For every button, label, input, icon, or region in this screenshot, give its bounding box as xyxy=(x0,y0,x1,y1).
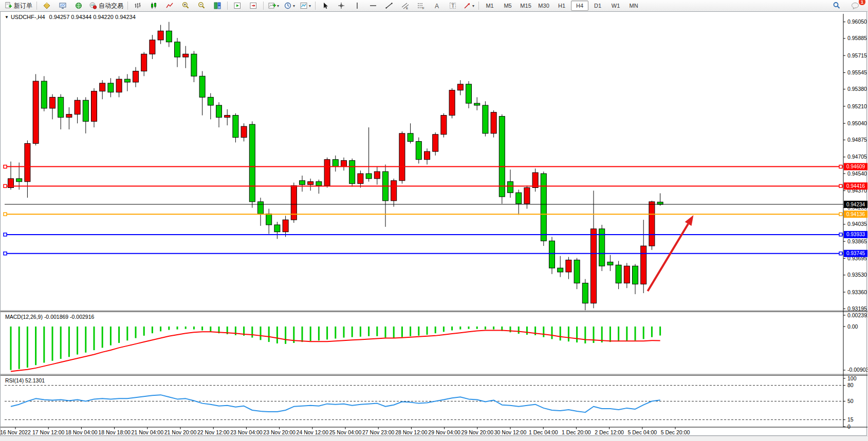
price-tick-label: 0.95040 xyxy=(847,120,867,126)
arrows-objects-button[interactable]: ▾ xyxy=(461,0,476,11)
candle-body xyxy=(541,174,546,241)
candle-body xyxy=(441,116,447,135)
candle-body xyxy=(225,116,230,118)
crosshair-button[interactable] xyxy=(334,0,349,11)
zoom-plus-icon xyxy=(181,2,190,10)
timeframe-m5-button[interactable]: M5 xyxy=(499,1,516,11)
cursor-icon xyxy=(321,2,329,10)
toolbar-separator xyxy=(263,2,264,10)
candle-body xyxy=(616,265,621,283)
templates-button[interactable]: ▾ xyxy=(298,0,313,11)
navigator-button[interactable] xyxy=(71,0,86,11)
chart-shift-button[interactable] xyxy=(246,0,261,11)
timeframe-h4-button[interactable]: H4 xyxy=(571,1,588,11)
timeframe-m1-button[interactable]: M1 xyxy=(481,1,498,11)
vertical-line-button[interactable] xyxy=(349,0,365,11)
new-order-label: 新订单 xyxy=(14,2,32,10)
market-watch-button[interactable] xyxy=(39,0,54,11)
date-tick-label: 17 Nov 12:00 xyxy=(32,429,65,435)
support-2-handle[interactable] xyxy=(4,252,7,255)
candle-body xyxy=(508,182,513,193)
pivot-line-handle[interactable] xyxy=(4,213,7,216)
equidistant-channel-button[interactable]: E xyxy=(397,0,413,11)
text-label-button[interactable]: T xyxy=(445,0,460,11)
candle-body xyxy=(399,133,405,181)
cursor-button[interactable] xyxy=(318,0,333,11)
support-1-handle[interactable] xyxy=(839,233,842,236)
price-tick-label: 0.94540 xyxy=(847,170,867,177)
svg-text:T: T xyxy=(451,3,455,9)
bars-mode-button[interactable] xyxy=(130,0,145,11)
timeframe-w1-button[interactable]: W1 xyxy=(607,1,624,11)
horizontal-line-button[interactable] xyxy=(365,0,381,11)
tiles-icon xyxy=(213,2,221,10)
price-tick-label: 0.93360 xyxy=(847,289,867,295)
line-mode-button[interactable] xyxy=(162,0,177,11)
zoom-out-button[interactable] xyxy=(194,0,209,11)
clock-icon xyxy=(284,2,292,10)
resistance-1-handle[interactable] xyxy=(839,165,842,168)
price-tick-label: 0.93530 xyxy=(847,272,867,278)
chart-ohlc-values: 0.94257 0.94344 0.94220 0.94234 xyxy=(49,14,136,20)
chart-shift-icon xyxy=(249,2,257,10)
svg-text:0.94416: 0.94416 xyxy=(846,183,865,189)
rsi-layer: 1008050150 xyxy=(5,375,857,430)
resistance-1-handle[interactable] xyxy=(4,165,7,168)
candle-body xyxy=(216,105,222,117)
date-tick-label: 2 Dec 12:00 xyxy=(595,429,624,435)
candle-body xyxy=(416,141,421,159)
candle-body xyxy=(649,202,655,246)
new-order-button[interactable]: 新订单 xyxy=(2,0,34,11)
timeframe-m30-button[interactable]: M30 xyxy=(535,1,552,11)
candle-body xyxy=(191,54,197,76)
notifications-button[interactable]: 1 xyxy=(847,0,863,11)
candle-body xyxy=(607,262,613,265)
candle-body xyxy=(341,161,347,167)
autotrade-icon xyxy=(89,2,97,10)
trendline-button[interactable] xyxy=(381,0,397,11)
toolbar-separator xyxy=(227,2,228,10)
support-1-handle[interactable] xyxy=(4,233,7,236)
svg-text:E: E xyxy=(406,7,408,10)
candle-body xyxy=(233,116,238,138)
timeframe-mn-button[interactable]: MN xyxy=(625,1,642,11)
zoom-in-button[interactable] xyxy=(178,0,193,11)
tile-windows-button[interactable] xyxy=(210,0,225,11)
timeframe-m15-button[interactable]: M15 xyxy=(517,1,534,11)
fibonacci-button[interactable]: F xyxy=(413,0,429,11)
pivot-line-handle[interactable] xyxy=(839,213,842,216)
text-button[interactable]: A xyxy=(429,0,445,11)
collapse-triangle-icon[interactable]: ▼ xyxy=(5,15,9,20)
timeframe-buttons: M1M5M15M30H1H4D1W1MN xyxy=(481,1,642,11)
date-tick-label: 29 Nov 04:00 xyxy=(428,429,460,435)
date-tick-label: 23 Nov 04:00 xyxy=(230,429,263,435)
buy-arrow-head[interactable] xyxy=(685,215,694,226)
candle-body xyxy=(308,182,313,185)
resistance-2-handle[interactable] xyxy=(839,184,842,187)
candles-mode-button[interactable] xyxy=(146,0,161,11)
support-2-handle[interactable] xyxy=(839,252,842,255)
crosshair-icon xyxy=(337,2,345,10)
date-tick-label: 27 Nov 23:00 xyxy=(362,429,395,435)
data-window-button[interactable] xyxy=(55,0,70,11)
monitor-icon xyxy=(59,2,67,10)
indicators-button[interactable]: ▾ xyxy=(266,0,281,11)
candle-body xyxy=(349,161,355,184)
hline-icon xyxy=(369,2,377,10)
search-button[interactable] xyxy=(829,0,844,11)
chart-window[interactable]: 0.960500.958850.957150.955450.953800.952… xyxy=(0,11,867,436)
candle-body xyxy=(116,79,122,92)
timeframe-h1-button[interactable]: H1 xyxy=(553,1,570,11)
timeframe-d1-button[interactable]: D1 xyxy=(589,1,606,11)
price-tick-label: 0.93195 xyxy=(847,305,867,312)
periods-button[interactable]: ▾ xyxy=(282,0,297,11)
toolbar-buttons: 新订单自动交易▾▾▾EFAT▾ xyxy=(2,0,481,11)
svg-text:A: A xyxy=(435,3,439,10)
auto-trading-button[interactable]: 自动交易 xyxy=(87,0,125,11)
auto-scroll-button[interactable] xyxy=(230,0,245,11)
candle-body xyxy=(175,42,180,57)
letter-t-icon: T xyxy=(449,2,457,10)
resistance-2-handle[interactable] xyxy=(4,184,7,187)
chart-canvas[interactable]: 0.960500.958850.957150.955450.953800.952… xyxy=(1,12,867,435)
candle-body xyxy=(391,181,397,201)
